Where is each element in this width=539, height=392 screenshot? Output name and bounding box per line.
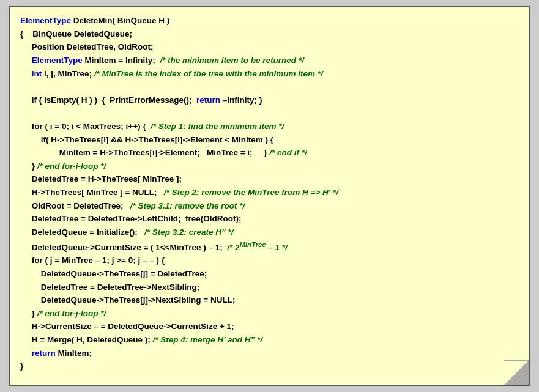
comment-17: /* Step 3.2: create H” */: [144, 227, 234, 237]
keyword-return2: return: [32, 349, 56, 358]
code-text: DeletedQueue->TheTrees[j] = DeletedTree;: [20, 269, 207, 278]
code-text: DeletedTree = DeletedTree->LeftChild; fr…: [20, 214, 242, 223]
code-text: for ( j = MinTree – 1; j >= 0; j – – ) {: [20, 256, 165, 265]
line-27: }: [20, 360, 519, 373]
code-text: if ( IsEmpty( H ) ) { PrintErrorMessage(…: [20, 95, 196, 105]
comment-15: /* Step 3.1: remove the root */: [130, 201, 245, 210]
code-text: OldRoot = DeletedTree;: [20, 201, 130, 210]
line-3: Position DeletedTree, OldRoot;: [20, 40, 519, 54]
line-23: } /* end for-j-loop */: [20, 307, 519, 320]
code-text: DeleteMin( BinQueue H ): [71, 16, 169, 25]
code-text: MinItem = H->TheTrees[i]->Element; MinTr…: [20, 148, 269, 157]
comment-23: /* end for-j-loop */: [37, 309, 106, 318]
keyword-int: int: [32, 69, 42, 78]
line-13: DeletedTree = H->TheTrees[ MinTree ];: [20, 172, 519, 186]
comment-12: /* end for-i-loop */: [37, 161, 106, 171]
code-text: [20, 56, 32, 65]
code-text: –Infinity; }: [220, 95, 262, 105]
line-22: DeletedQueue->TheTrees[j]->NextSibling =…: [20, 294, 519, 307]
code-text: }: [20, 161, 37, 171]
line-9: for ( i = 0; i < MaxTrees; i++) { /* Ste…: [20, 120, 519, 133]
line-5: int i, j, MinTree; /* MinTree is the ind…: [20, 67, 519, 81]
line-10: if( H->TheTrees[i] && H->TheTrees[i]->El…: [20, 133, 519, 147]
line-2: { BinQueue DeletedQueue;: [20, 28, 519, 41]
code-card: ElementType DeleteMin( BinQueue H ) { Bi…: [9, 6, 530, 386]
code-text: [20, 349, 32, 358]
line-12: } /* end for-i-loop */: [20, 160, 519, 173]
line-11: MinItem = H->TheTrees[i]->Element; MinTr…: [20, 146, 519, 160]
line-14: H->TheTrees[ MinTree ] = NULL; /* Step 2…: [20, 186, 519, 199]
comment-11: /* end if */: [269, 148, 307, 157]
line-4: ElementType MinItem = Infinity; /* the m…: [20, 54, 519, 67]
code-text: i, j, MinTree;: [42, 69, 94, 78]
comment-18: /* 2MinTree – 1 */: [227, 243, 287, 252]
code-text: MinItem;: [56, 349, 92, 358]
line-18: DeletedQueue->CurrentSize = ( 1<<MinTree…: [20, 239, 519, 254]
code-text: BinQueue DeletedQueue;: [23, 29, 132, 39]
code-content: ElementType DeleteMin( BinQueue H ) { Bi…: [20, 14, 519, 373]
keyword-elementtype: ElementType: [20, 16, 71, 25]
line-6: [20, 80, 519, 94]
line-26: return MinItem;: [20, 347, 519, 360]
code-text: DeletedTree = H->TheTrees[ MinTree ];: [20, 174, 182, 183]
code-text: H->TheTrees[ MinTree ] = NULL;: [20, 188, 164, 197]
line-16: DeletedTree = DeletedTree->LeftChild; fr…: [20, 212, 519, 226]
comment-4: /* the minimum item to be returned */: [160, 56, 304, 65]
code-text: [20, 69, 32, 78]
code-text: }: [20, 309, 37, 318]
comment-9: /* Step 1: find the minimum item */: [151, 122, 284, 131]
code-text: }: [20, 361, 23, 371]
comment-14: /* Step 2: remove the MinTree from H => …: [164, 188, 338, 197]
code-text: H->CurrentSize – = DeletedQueue->Current…: [20, 322, 234, 331]
code-text: DeletedQueue->TheTrees[j]->NextSibling =…: [20, 295, 235, 305]
keyword-elementtype2: ElementType: [32, 56, 83, 65]
code-text: Position DeletedTree, OldRoot;: [20, 42, 154, 51]
line-20: DeletedQueue->TheTrees[j] = DeletedTree;: [20, 267, 519, 281]
line-25: H = Merge( H, DeletedQueue ); /* Step 4:…: [20, 333, 519, 347]
code-text: DeletedQueue = Initialize();: [20, 227, 144, 237]
line-19: for ( j = MinTree – 1; j >= 0; j – – ) {: [20, 254, 519, 267]
code-text: if( H->TheTrees[i] && H->TheTrees[i]->El…: [20, 135, 273, 144]
comment-5: /* MinTree is the index of the tree with…: [94, 69, 323, 78]
line-17: DeletedQueue = Initialize(); /* Step 3.2…: [20, 226, 519, 239]
comment-25: /* Step 4: merge H’ and H” */: [152, 335, 262, 344]
line-8: [20, 106, 519, 120]
line-24: H->CurrentSize – = DeletedQueue->Current…: [20, 320, 519, 333]
code-text: for ( i = 0; i < MaxTrees; i++) {: [20, 122, 151, 131]
code-text: DeletedQueue->CurrentSize = ( 1<<MinTree…: [20, 243, 227, 252]
line-21: DeletedTree = DeletedTree->NextSibling;: [20, 281, 519, 294]
line-15: OldRoot = DeletedTree; /* Step 3.1: remo…: [20, 199, 519, 213]
line-1: ElementType DeleteMin( BinQueue H ): [20, 14, 519, 28]
code-text: H = Merge( H, DeletedQueue );: [20, 335, 152, 344]
code-text: DeletedTree = DeletedTree->NextSibling;: [20, 283, 199, 292]
code-text: MinItem = Infinity;: [83, 56, 160, 65]
line-7: if ( IsEmpty( H ) ) { PrintErrorMessage(…: [20, 94, 519, 107]
keyword-return: return: [196, 95, 220, 105]
